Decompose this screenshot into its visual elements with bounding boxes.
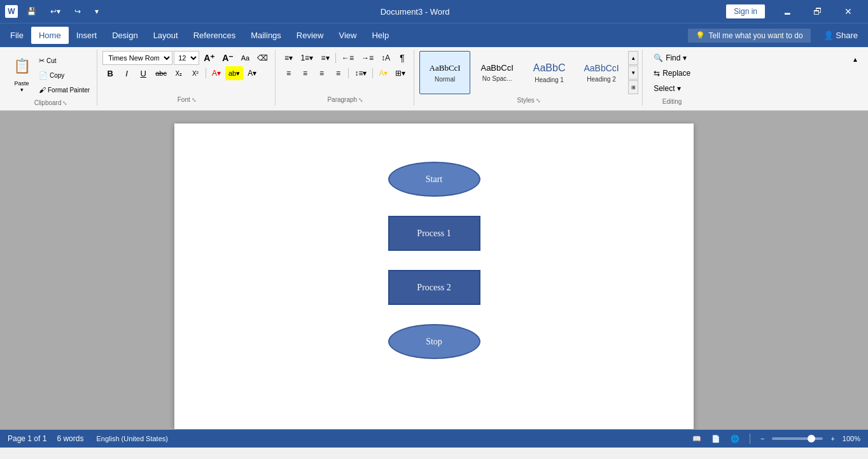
- strikethrough-btn[interactable]: abc: [152, 66, 170, 80]
- shape-stop[interactable]: Stop: [388, 324, 480, 359]
- title-bar-right: Sign in 🗕 🗗 ✕: [726, 2, 863, 21]
- menu-view[interactable]: View: [331, 27, 364, 44]
- font-group: Times New Roman 12 A⁺ A⁻ Aa ⌫ B I U abc …: [99, 50, 276, 106]
- quick-redo-btn[interactable]: ↪: [69, 4, 86, 18]
- read-mode-btn[interactable]: 📖: [690, 434, 704, 444]
- ribbon: 📋 Paste ▾ ✂ Cut 📄 Copy 🖌 Format Painter …: [0, 47, 868, 111]
- menu-bar: File Home Insert Design Layout Reference…: [0, 23, 868, 47]
- menu-design[interactable]: Design: [104, 27, 145, 44]
- title-bar-left: W 💾 ↩▾ ↪ ▾: [5, 4, 104, 18]
- style-nospace-label: No Spac...: [482, 75, 512, 82]
- restore-btn[interactable]: 🗗: [803, 2, 832, 21]
- page-info: Page 1 of 1: [8, 434, 46, 443]
- style-nospace[interactable]: AaBbCcI No Spac...: [472, 51, 522, 94]
- shading-btn[interactable]: A▾: [375, 66, 391, 80]
- zoom-percent: 100%: [843, 435, 860, 442]
- menu-layout[interactable]: Layout: [146, 27, 186, 44]
- align-right-btn[interactable]: ≡: [314, 66, 329, 80]
- menu-review[interactable]: Review: [289, 27, 332, 44]
- title-bar: W 💾 ↩▾ ↪ ▾ Document3 - Word Sign in 🗕 🗗 …: [0, 0, 868, 23]
- editing-label: Editing: [648, 95, 696, 105]
- shape-process1[interactable]: Process 1: [388, 216, 480, 251]
- gallery-scroll-down[interactable]: ▼: [628, 66, 638, 80]
- gallery-expand[interactable]: ⊞: [628, 80, 638, 94]
- font-color-btn[interactable]: A▾: [209, 66, 224, 80]
- bullets-btn[interactable]: ≡▾: [281, 51, 296, 65]
- style-nospace-preview: AaBbCcI: [480, 63, 513, 73]
- change-case-btn[interactable]: Aa: [237, 51, 253, 65]
- menu-home[interactable]: Home: [31, 27, 69, 44]
- print-layout-btn[interactable]: 📄: [709, 434, 723, 444]
- align-center-btn[interactable]: ≡: [297, 66, 312, 80]
- show-marks-btn[interactable]: ¶: [395, 51, 410, 65]
- format-painter-button[interactable]: 🖌 Format Painter: [36, 83, 93, 97]
- tell-me-bar[interactable]: 💡 Tell me what you want to do: [688, 29, 811, 43]
- para-sep3: [372, 68, 373, 78]
- flowchart: Start Process 1 Process 2 Stop: [388, 149, 480, 372]
- menu-insert[interactable]: Insert: [69, 27, 105, 44]
- ribbon-collapse: ▲: [848, 50, 863, 66]
- underline-btn[interactable]: U: [136, 66, 151, 80]
- bold-btn[interactable]: B: [102, 66, 118, 80]
- clipboard-label: Clipboard ⤡: [9, 97, 93, 106]
- cut-button[interactable]: ✂ Cut: [36, 53, 93, 67]
- font-name-select[interactable]: Times New Roman: [102, 51, 172, 65]
- menu-references[interactable]: References: [186, 27, 243, 44]
- status-bar: Page 1 of 1 6 words English (United Stat…: [0, 430, 868, 448]
- replace-button[interactable]: ⇆ Replace: [648, 66, 696, 80]
- clipboard-small-btns: ✂ Cut 📄 Copy 🖌 Format Painter: [36, 53, 93, 97]
- style-heading2[interactable]: AaBbCcI Heading 2: [576, 51, 627, 94]
- style-normal[interactable]: AaBbCcI Normal: [419, 51, 470, 94]
- clear-format-btn[interactable]: ⌫: [254, 51, 271, 65]
- justify-btn[interactable]: ≡: [330, 66, 346, 80]
- shape-process2[interactable]: Process 2: [388, 270, 480, 305]
- gallery-scroll-up[interactable]: ▲: [628, 51, 638, 65]
- quick-undo-btn[interactable]: ↩▾: [45, 4, 66, 18]
- document-title: Document3 - Word: [104, 7, 726, 17]
- copy-button[interactable]: 📄 Copy: [36, 68, 93, 82]
- styles-label: Styles ⤡: [419, 94, 638, 104]
- paragraph-group: ≡▾ 1≡▾ ≡▾ ←≡ →≡ ↕A ¶ ≡ ≡ ≡ ≡ ↕≡▾ A▾ ⊞▾: [277, 50, 414, 106]
- web-layout-btn[interactable]: 🌐: [728, 434, 742, 444]
- font-separator: [206, 68, 206, 78]
- select-button[interactable]: Select ▾: [648, 81, 696, 95]
- sign-in-button[interactable]: Sign in: [726, 4, 765, 18]
- decrease-indent-btn[interactable]: ←≡: [339, 51, 357, 65]
- find-button[interactable]: 🔍 Find ▾: [648, 51, 696, 65]
- font-shrink-btn[interactable]: A⁻: [219, 51, 236, 65]
- zoom-in-btn[interactable]: +: [828, 434, 837, 444]
- quick-save-btn[interactable]: 💾: [22, 4, 41, 18]
- minimize-btn[interactable]: 🗕: [773, 2, 802, 21]
- menu-mailings[interactable]: Mailings: [243, 27, 289, 44]
- font-grow-btn[interactable]: A⁺: [200, 51, 218, 65]
- para-sep1: [335, 53, 336, 63]
- align-left-btn[interactable]: ≡: [281, 66, 296, 80]
- superscript-btn[interactable]: X²: [188, 66, 203, 80]
- customize-qat-btn[interactable]: ▾: [90, 4, 104, 18]
- paste-button[interactable]: 📋: [9, 51, 34, 81]
- close-btn[interactable]: ✕: [834, 2, 863, 21]
- numbering-btn[interactable]: 1≡▾: [297, 51, 316, 65]
- line-spacing-btn[interactable]: ↕≡▾: [351, 66, 370, 80]
- sort-btn[interactable]: ↕A: [378, 51, 393, 65]
- multilevel-btn[interactable]: ≡▾: [318, 51, 333, 65]
- editing-group: 🔍 Find ▾ ⇆ Replace Select ▾ Editing: [644, 50, 700, 106]
- collapse-ribbon-btn[interactable]: ▲: [848, 52, 863, 66]
- text-color-btn[interactable]: A▾: [244, 66, 260, 80]
- menu-file[interactable]: File: [3, 27, 31, 44]
- italic-btn[interactable]: I: [119, 66, 134, 80]
- menu-help[interactable]: Help: [364, 27, 396, 44]
- font-size-select[interactable]: 12: [174, 51, 199, 65]
- style-heading1[interactable]: AaBbC Heading 1: [524, 51, 575, 94]
- highlight-btn[interactable]: ab▾: [225, 66, 243, 80]
- zoom-slider[interactable]: [772, 437, 823, 440]
- share-btn[interactable]: 👤 Share: [816, 27, 865, 44]
- zoom-out-btn[interactable]: −: [758, 434, 767, 444]
- language-btn[interactable]: English (United States): [94, 434, 171, 444]
- shape-start[interactable]: Start: [388, 162, 480, 197]
- subscript-btn[interactable]: X₂: [171, 66, 186, 80]
- borders-btn[interactable]: ⊞▾: [392, 66, 409, 80]
- increase-indent-btn[interactable]: →≡: [358, 51, 377, 65]
- paste-dropdown[interactable]: Paste ▾: [9, 81, 34, 92]
- para-row2: ≡ ≡ ≡ ≡ ↕≡▾ A▾ ⊞▾: [281, 66, 410, 80]
